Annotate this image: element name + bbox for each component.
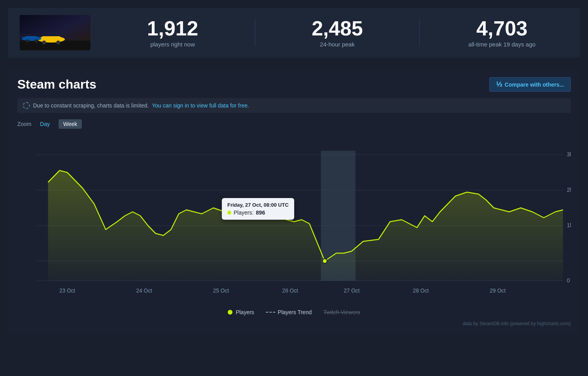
svg-point-8: [26, 39, 29, 43]
svg-text:1k: 1k: [567, 222, 571, 228]
warning-icon: [23, 102, 30, 109]
warning-bar: Due to constant scraping, charts data is…: [17, 98, 571, 113]
legend-trend-dashes: [266, 312, 275, 313]
svg-point-22: [323, 259, 327, 263]
svg-text:27 Oct: 27 Oct: [344, 287, 359, 294]
zoom-day-button[interactable]: Day: [35, 119, 55, 129]
data-source: data by SteamDB.info (powered by highcha…: [17, 319, 571, 326]
chart-legend: Players Players Trend Twitch Viewers: [17, 304, 571, 319]
svg-point-4: [42, 41, 46, 44]
legend-trend-label: Players Trend: [278, 309, 312, 315]
svg-point-5: [56, 41, 60, 44]
legend-players: Players: [228, 309, 254, 315]
sign-in-link[interactable]: You can sign in to view full data for fr…: [152, 102, 249, 109]
chart-svg: 3k 2k 1k 0 23 Oct 24 Oct 25 Oct 26 Oct 2…: [17, 135, 571, 300]
stat-24h-peak: 2,485 24-hour peak: [271, 18, 404, 48]
svg-text:3k: 3k: [567, 151, 571, 157]
header-stats-bar: FORZA FORZA MOTORSPORT: [8, 8, 580, 57]
svg-text:0: 0: [567, 277, 570, 283]
stat-current-players: 1,912 players right now: [106, 18, 239, 48]
charts-header: Steam charts ⅓ Compare with others...: [17, 77, 571, 92]
svg-text:24 Oct: 24 Oct: [136, 287, 152, 294]
stat-alltime-peak: 4,703 all-time peak 19 days ago: [435, 18, 568, 48]
charts-section: Steam charts ⅓ Compare with others... Du…: [8, 69, 580, 334]
svg-text:25 Oct: 25 Oct: [213, 287, 229, 294]
legend-players-dot: [228, 310, 232, 315]
zoom-controls: Zoom Day Week: [17, 119, 571, 129]
charts-title: Steam charts: [17, 77, 96, 92]
compare-button[interactable]: ⅓ Compare with others...: [489, 77, 571, 92]
svg-text:28 Oct: 28 Oct: [413, 287, 429, 294]
svg-text:26 Oct: 26 Oct: [282, 287, 298, 294]
zoom-week-button[interactable]: Week: [59, 119, 82, 129]
stat-divider-1: [255, 19, 255, 46]
svg-text:29 Oct: 29 Oct: [490, 287, 505, 294]
legend-twitch-label: Twitch Viewers: [323, 309, 360, 315]
legend-players-label: Players: [236, 309, 254, 315]
stat-divider-2: [419, 19, 420, 46]
svg-rect-3: [41, 36, 61, 41]
compare-icon: ⅓: [496, 81, 502, 88]
chart-container: 3k 2k 1k 0 23 Oct 24 Oct 25 Oct 26 Oct 2…: [17, 135, 571, 300]
legend-trend: Players Trend: [266, 309, 312, 315]
svg-text:2k: 2k: [567, 187, 571, 193]
svg-point-9: [35, 39, 38, 43]
svg-text:23 Oct: 23 Oct: [59, 287, 75, 294]
game-thumbnail: FORZA FORZA MOTORSPORT: [20, 15, 90, 50]
legend-twitch: Twitch Viewers: [323, 309, 360, 315]
